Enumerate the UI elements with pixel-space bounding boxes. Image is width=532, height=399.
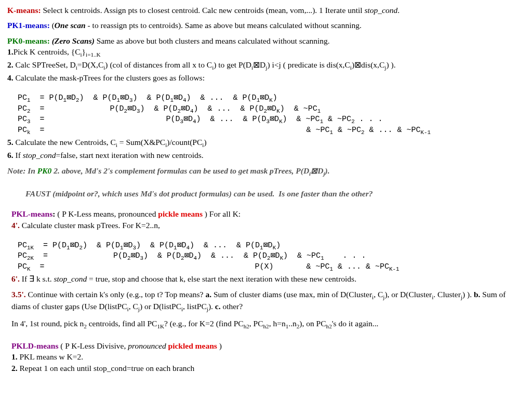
s6pb: If — [20, 274, 29, 283]
sa4: j — [461, 294, 462, 300]
pkl-title: PKL-means — [11, 209, 52, 218]
in4k: ..n — [288, 319, 297, 328]
in4g: , PC — [249, 319, 263, 328]
lc: c. — [215, 302, 221, 311]
s5c: i — [116, 142, 117, 148]
s2p: j — [384, 64, 386, 71]
in4m: ), on PC — [299, 319, 326, 328]
one-scan: One scan — [55, 21, 86, 30]
step-1: 1.Pick K centroids, {Ci}i=1..K — [7, 47, 525, 59]
s2j: D — [260, 60, 265, 69]
in4l: 2 — [297, 323, 300, 329]
pkld-lead: ( P K-Less Divisive, — [58, 341, 128, 350]
s6pc: k s.t. — [34, 274, 54, 283]
s1e: i=1..K — [86, 51, 101, 58]
sq2: ⊠ — [354, 60, 361, 69]
zero-scans: (Zero Scans) — [52, 36, 95, 45]
step-35: 3.5'. Continue with certain k's only (e.… — [11, 289, 525, 313]
note-line1: Note: In PK0 2. above, Md's 2's compleme… — [7, 166, 525, 178]
s2k: j — [265, 64, 267, 71]
pc-formula-block: PC1 = P(D1⊠D2) & P(D1⊠D3) & P(D1⊠D4) & .… — [18, 84, 525, 137]
tb3: ) or D(listPC — [140, 302, 181, 311]
pkl-line: PKL-means: ( P K-Less means, pronounced … — [11, 209, 525, 219]
s2i: i — [251, 64, 253, 71]
pkl-rest: ) For all K: — [203, 209, 241, 218]
step-6: 6. If stop_cond=false, start next iterat… — [7, 150, 525, 160]
pkld-s2b: Repeat 1 on each until stop_cond=true on… — [18, 364, 195, 373]
pk1-rest: - to reassign pts to centroids). Same as… — [86, 21, 362, 30]
in4a: In 4', 1st round, pick n — [11, 319, 84, 328]
s5f: )/count(PC — [167, 138, 202, 147]
note-e: D — [317, 166, 323, 175]
step-2: 2. Calc SPTreeSet, Di=D(X,Ci) (col of di… — [7, 60, 525, 72]
kmeans-line: K-means: Select k centroids. Assign pts … — [7, 5, 525, 15]
pkld-s2: 2. Repeat 1 on each until stop_cond=true… — [11, 363, 525, 373]
in4o: 's do it again... — [332, 319, 379, 328]
in4e: ? (e.g., for K=2 (find PC — [164, 319, 244, 328]
s5d: = Sum(X&PC — [117, 138, 165, 147]
pickle-means: pickle means — [158, 209, 203, 218]
ta: Sum of cluster diams (use max, min of D(… — [211, 290, 372, 299]
pickled-means: pickled means — [166, 341, 217, 350]
n6p: 6'. — [11, 274, 20, 283]
pkld-n2: 2. — [11, 364, 18, 373]
exists: ∃ — [29, 274, 34, 283]
note-c: 2. above, Md's 2's complement formulas c… — [51, 166, 309, 175]
tb4: , listPC — [183, 302, 207, 311]
stop-cond: stop_cond — [364, 6, 397, 15]
sa1: i — [372, 294, 374, 300]
n35: 3.5'. — [11, 290, 26, 299]
note-a: Note: In — [7, 166, 37, 175]
step-5: 5. Calculate the new Centroids, Ci = Sum… — [7, 137, 525, 149]
pkld-line: PKLD-means ( P K-Less Divisive, pronounc… — [11, 341, 525, 351]
step-6p: 6'. If ∃ k s.t. stop_cond = true, stop a… — [11, 274, 525, 284]
in4j: 1 — [286, 323, 289, 329]
in4f: h2 — [244, 323, 249, 329]
s35b: Continue with certain k's only (e.g., to… — [26, 290, 206, 299]
pkl-lead: ( P K-Less means, pronounced — [55, 209, 158, 218]
s6c: stop_cond — [23, 151, 56, 159]
tb5: ). — [208, 302, 215, 311]
ta5: ) ). — [462, 290, 474, 299]
n6: 6. — [7, 151, 14, 159]
pkld-n1: 1. — [11, 352, 18, 361]
in4c: centroids, find all PC — [87, 319, 157, 328]
s2l: ) i<j ( predicate is dis(x,C — [267, 60, 350, 69]
pkl-formula-block: PC1K = P(D1⊠D2) & P(D1⊠D3) & P(D1⊠D4) & … — [18, 231, 525, 273]
lb: b. — [474, 290, 481, 299]
pkld-rest: ) — [217, 341, 222, 350]
s5g: i — [202, 142, 204, 148]
s2q: ) ). — [386, 60, 395, 69]
pk0-rest: Same as above but both clusters and mean… — [95, 36, 330, 45]
n2: 2. — [7, 60, 14, 69]
kmeans-title: K-means: — [7, 6, 41, 15]
sb3: i — [181, 306, 183, 312]
sa3: i — [432, 294, 433, 300]
s6d: =false, start next iteration with new ce… — [56, 151, 203, 159]
pkld-s1b: PKL means w K=2. — [18, 352, 84, 361]
note-line2: FAUST (midpoint or?, which uses Md's dot… — [7, 179, 525, 199]
sb4: j — [207, 306, 208, 312]
in4n: h2 — [326, 323, 332, 329]
ta4: . Cluster — [433, 290, 461, 299]
pk1-lead: ( — [50, 21, 55, 30]
sa2: j — [383, 294, 384, 300]
in4b: 2 — [84, 323, 87, 329]
ta3: ), or D(Cluster — [384, 290, 432, 299]
s2b: Calc SPTreeSet, D — [14, 60, 76, 69]
note-h: FAUST (midpoint or?, which uses Md's dot… — [7, 189, 373, 198]
s5b: Calculate the new Centroids, C — [14, 138, 116, 147]
tc: other? — [221, 302, 243, 311]
n4: 4. — [7, 73, 14, 82]
s2e: i — [103, 64, 105, 71]
s2g: i — [212, 64, 214, 71]
note-sq: ⊠ — [311, 166, 317, 175]
s6b: If — [14, 151, 23, 159]
ta2: , C — [374, 290, 383, 299]
pk1-line: PK1-means: (One scan - to reassign pts t… — [7, 20, 525, 30]
in-4p: In 4', 1st round, pick n2 centroids, fin… — [11, 318, 525, 330]
s1b: Pick K centroids, {C — [14, 47, 81, 56]
pkld-s1: 1. PKL means w K=2. — [11, 352, 525, 362]
s1d: } — [82, 47, 86, 56]
step-4: 4. Calculate the mask-pTrees for the clu… — [7, 73, 525, 83]
